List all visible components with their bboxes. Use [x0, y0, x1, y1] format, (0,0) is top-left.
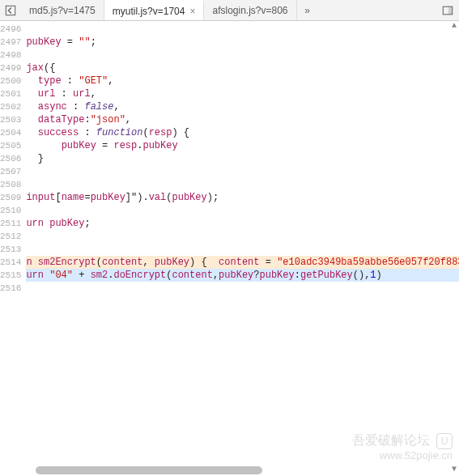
line-number: 2511 [0, 217, 21, 230]
line-number: 2512 [0, 230, 21, 243]
line-number: 2503 [0, 113, 21, 126]
line-number: 2508 [0, 178, 21, 191]
tabs-overflow-glyph: » [304, 5, 310, 16]
line-number: 2499 [0, 62, 21, 74]
tab-label: myutil.js?v=1704 [113, 6, 185, 17]
code-line[interactable] [26, 282, 459, 295]
line-number: 2507 [0, 165, 21, 178]
code-line[interactable]: n sm2Encrypt(content, pubKey) { content … [26, 256, 459, 269]
code-line[interactable]: input[name=pubKey]").val(pubKey); [26, 191, 459, 204]
code-line[interactable]: pubKey = resp.pubKey [26, 139, 459, 152]
tab-label: afslogin.js?v=806 [212, 5, 287, 16]
line-number: 2514 [0, 256, 21, 269]
code-line[interactable] [26, 178, 459, 191]
close-icon[interactable]: × [189, 6, 195, 17]
horizontal-scrollbar[interactable] [32, 466, 448, 474]
tab-label: md5.js?v=1475 [29, 5, 96, 16]
line-number: 2500 [0, 74, 21, 87]
code-line[interactable]: urn pubKey; [26, 217, 459, 230]
line-number: 2510 [0, 204, 21, 217]
tab-2[interactable]: afslogin.js?v=806 [204, 0, 296, 20]
svg-rect-2 [448, 6, 453, 15]
toggle-panel-button[interactable] [436, 0, 459, 20]
line-number: 2505 [0, 139, 21, 152]
code-line[interactable] [26, 243, 459, 256]
code-line[interactable]: async : false, [26, 100, 459, 113]
line-number: 2502 [0, 100, 21, 113]
code-line[interactable]: jax({ [26, 62, 459, 74]
tab-0[interactable]: md5.js?v=1475 [21, 0, 104, 20]
line-number: 2504 [0, 126, 21, 139]
line-number: 2497 [0, 36, 21, 49]
code-line[interactable] [26, 230, 459, 243]
code-line[interactable]: pubKey = ""; [26, 36, 459, 49]
code-line[interactable] [26, 165, 459, 178]
tab-bar: md5.js?v=1475myutil.js?v=1704×afslogin.j… [0, 0, 459, 21]
code-line[interactable]: } [26, 152, 459, 165]
code-line[interactable]: type : "GET", [26, 74, 459, 87]
horizontal-scrollbar-thumb[interactable] [36, 466, 262, 474]
svg-rect-0 [6, 6, 15, 15]
tab-history-back[interactable] [0, 0, 21, 20]
code-line[interactable]: urn "04" + sm2.doEncrypt(content,pubKey?… [26, 269, 459, 282]
line-number: 2515 [0, 269, 21, 282]
code-line[interactable] [26, 49, 459, 62]
scroll-down-button[interactable]: ▼ [449, 465, 459, 476]
line-number: 2516 [0, 282, 21, 295]
code-line[interactable]: dataType:"json", [26, 113, 459, 126]
line-number: 2496 [0, 23, 21, 36]
line-number: 2513 [0, 243, 21, 256]
code-line[interactable]: url : url, [26, 87, 459, 100]
code-line[interactable] [26, 204, 459, 217]
line-number: 2506 [0, 152, 21, 165]
tabs-overflow-button[interactable]: » [297, 0, 318, 20]
code-content[interactable]: pubKey = "";jax({ type : "GET", url : ur… [26, 21, 459, 476]
scroll-up-button[interactable]: ▲ [449, 21, 459, 32]
line-number: 2498 [0, 49, 21, 62]
line-number-gutter: 2496249724982499250025012502250325042505… [0, 21, 26, 476]
vertical-scrollbar[interactable]: ▲ ▼ [449, 21, 459, 476]
code-editor[interactable]: 2496249724982499250025012502250325042505… [0, 21, 459, 476]
code-line[interactable]: success : function(resp) { [26, 126, 459, 139]
code-line[interactable] [26, 23, 459, 36]
line-number: 2509 [0, 191, 21, 204]
tab-1[interactable]: myutil.js?v=1704× [104, 0, 205, 20]
line-number: 2501 [0, 87, 21, 100]
